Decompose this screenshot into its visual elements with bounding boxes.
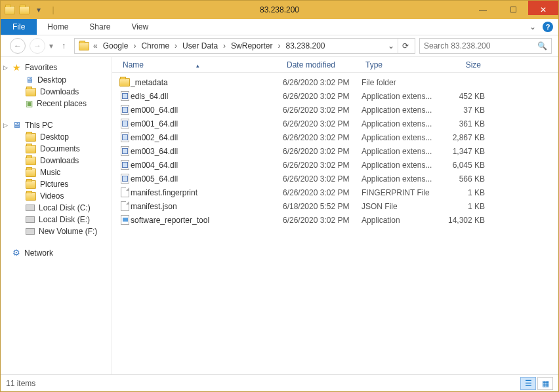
qat-dropdown-icon[interactable]: ▾ bbox=[32, 3, 45, 16]
sidebar-item-recent[interactable]: ▣Recent places bbox=[2, 98, 112, 109]
dll-icon bbox=[121, 160, 129, 170]
file-list-pane: Name▴ Date modified Type Size _metadata6… bbox=[112, 57, 558, 374]
file-row[interactable]: em003_64.dll6/26/2020 3:02 PMApplication… bbox=[119, 144, 558, 158]
file-size: 14,302 KB bbox=[439, 216, 485, 225]
search-icon[interactable]: 🔍 bbox=[537, 41, 547, 50]
column-date[interactable]: Date modified bbox=[283, 60, 362, 69]
app-icon bbox=[3, 3, 16, 16]
file-tab[interactable]: File bbox=[1, 19, 37, 35]
sidebar-item-desktop2[interactable]: Desktop bbox=[2, 131, 112, 143]
up-button[interactable]: ↑ bbox=[57, 41, 70, 50]
view-tab[interactable]: View bbox=[121, 19, 159, 35]
sidebar-item-pictures[interactable]: Pictures bbox=[2, 178, 112, 190]
sidebar-item-drive-c[interactable]: Local Disk (C:) bbox=[2, 202, 112, 214]
file-row[interactable]: manifest.json6/18/2020 5:52 PMJSON File1… bbox=[119, 199, 558, 213]
help-icon[interactable]: ? bbox=[543, 22, 553, 32]
column-size[interactable]: Size bbox=[439, 60, 485, 69]
share-tab[interactable]: Share bbox=[79, 19, 121, 35]
network-icon: ⚙ bbox=[12, 248, 20, 258]
home-tab[interactable]: Home bbox=[37, 19, 79, 35]
file-row[interactable]: em004_64.dll6/26/2020 3:02 PMApplication… bbox=[119, 158, 558, 172]
search-box[interactable]: 🔍 bbox=[419, 38, 552, 54]
file-row[interactable]: em000_64.dll6/26/2020 3:02 PMApplication… bbox=[119, 103, 558, 117]
details-view-button[interactable]: ☰ bbox=[520, 377, 536, 390]
search-input[interactable] bbox=[424, 41, 537, 50]
sidebar-item-desktop[interactable]: 🖥Desktop bbox=[2, 74, 112, 86]
thispc-header[interactable]: ▷🖥This PC bbox=[2, 119, 112, 131]
breadcrumb-item[interactable]: 83.238.200 bbox=[283, 41, 327, 50]
file-date: 6/26/2020 3:02 PM bbox=[283, 216, 362, 225]
icons-view-button[interactable]: ▦ bbox=[537, 377, 553, 390]
refresh-button[interactable]: ⟳ bbox=[398, 39, 412, 53]
file-size: 566 KB bbox=[439, 174, 485, 184]
star-icon: ★ bbox=[12, 62, 21, 73]
expand-ribbon-icon[interactable]: ⌄ bbox=[529, 22, 536, 31]
file-type: Application extens... bbox=[362, 106, 439, 115]
dll-icon bbox=[121, 132, 129, 142]
thispc-section: ▷🖥This PC Desktop Documents Downloads Mu… bbox=[2, 119, 112, 237]
file-type: FINGERPRINT File bbox=[362, 188, 439, 197]
sidebar-item-music[interactable]: Music bbox=[2, 167, 112, 178]
network-section: ⚙Network bbox=[2, 246, 112, 259]
file-name: em003_64.dll bbox=[131, 147, 283, 156]
column-type[interactable]: Type bbox=[362, 60, 439, 69]
favorites-header[interactable]: ▷★Favorites bbox=[2, 61, 112, 74]
recent-locations-icon[interactable]: ▾ bbox=[49, 41, 53, 50]
maximize-button[interactable]: ☐ bbox=[498, 1, 528, 15]
file-type: Application extens... bbox=[362, 119, 439, 128]
file-type: Application extens... bbox=[362, 147, 439, 156]
ribbon-tabs: File Home Share View ⌄ ? bbox=[1, 19, 558, 35]
file-type: Application extens... bbox=[362, 161, 439, 170]
file-name: em001_64.dll bbox=[131, 119, 283, 128]
address-folder-icon bbox=[79, 42, 89, 50]
sidebar-item-drive-e[interactable]: Local Disk (E:) bbox=[2, 214, 112, 225]
file-date: 6/26/2020 3:02 PM bbox=[283, 119, 362, 128]
window-controls: — ☐ ✕ bbox=[468, 5, 558, 15]
sort-asc-icon: ▴ bbox=[196, 62, 199, 69]
file-row[interactable]: em001_64.dll6/26/2020 3:02 PMApplication… bbox=[119, 117, 558, 130]
chevron-right-icon[interactable]: › bbox=[132, 41, 137, 50]
chevron-right-icon[interactable]: › bbox=[276, 41, 281, 50]
minimize-button[interactable]: — bbox=[468, 1, 498, 15]
drive-icon bbox=[26, 228, 35, 235]
collapse-icon[interactable]: ▷ bbox=[3, 122, 8, 128]
folder-icon bbox=[26, 168, 36, 177]
desktop-icon: 🖥 bbox=[26, 75, 33, 85]
column-name[interactable]: Name▴ bbox=[119, 60, 283, 69]
file-row[interactable]: manifest.fingerprint6/26/2020 3:02 PMFIN… bbox=[119, 186, 558, 199]
dll-icon bbox=[121, 174, 129, 184]
breadcrumb-item[interactable]: Google bbox=[100, 41, 131, 50]
file-type: Application extens... bbox=[362, 133, 439, 142]
address-dropdown-icon[interactable]: ⌄ bbox=[386, 41, 396, 50]
chevron-right-icon[interactable]: › bbox=[173, 41, 178, 50]
close-button[interactable]: ✕ bbox=[528, 1, 558, 15]
file-row[interactable]: _metadata6/26/2020 3:02 PMFile folder bbox=[119, 75, 558, 89]
quick-access-toolbar: ▾ | bbox=[1, 3, 60, 16]
sidebar-item-downloads2[interactable]: Downloads bbox=[2, 155, 112, 167]
file-date: 6/26/2020 3:02 PM bbox=[283, 161, 362, 170]
back-button[interactable]: ← bbox=[10, 38, 26, 54]
sidebar-item-videos[interactable]: Videos bbox=[2, 190, 112, 202]
address-bar[interactable]: « Google › Chrome › User Data › SwReport… bbox=[74, 38, 415, 54]
qat-properties-icon[interactable] bbox=[18, 3, 31, 16]
file-row[interactable]: edls_64.dll6/26/2020 3:02 PMApplication … bbox=[119, 89, 558, 103]
dll-icon bbox=[121, 91, 129, 101]
breadcrumb-item[interactable]: Chrome bbox=[138, 41, 172, 50]
network-header[interactable]: ⚙Network bbox=[2, 246, 112, 259]
chevron-right-icon[interactable]: › bbox=[222, 41, 227, 50]
file-type: Application extens... bbox=[362, 174, 439, 184]
collapse-icon[interactable]: ▷ bbox=[3, 64, 8, 71]
file-name: em004_64.dll bbox=[131, 161, 283, 170]
file-row[interactable]: em005_64.dll6/26/2020 3:02 PMApplication… bbox=[119, 172, 558, 186]
sidebar-item-drive-f[interactable]: New Volume (F:) bbox=[2, 225, 112, 237]
sidebar-item-downloads[interactable]: Downloads bbox=[2, 86, 112, 98]
file-size: 452 KB bbox=[439, 92, 485, 101]
file-row[interactable]: em002_64.dll6/26/2020 3:02 PMApplication… bbox=[119, 130, 558, 144]
forward-button[interactable]: → bbox=[30, 38, 45, 54]
sidebar-item-documents[interactable]: Documents bbox=[2, 143, 112, 155]
breadcrumb-item[interactable]: SwReporter bbox=[228, 41, 275, 50]
breadcrumb-item[interactable]: User Data bbox=[180, 41, 220, 50]
file-row[interactable]: software_reporter_tool6/26/2020 3:02 PMA… bbox=[119, 213, 558, 227]
file-name: _metadata bbox=[131, 78, 283, 87]
breadcrumb-overflow-icon[interactable]: « bbox=[92, 41, 99, 50]
